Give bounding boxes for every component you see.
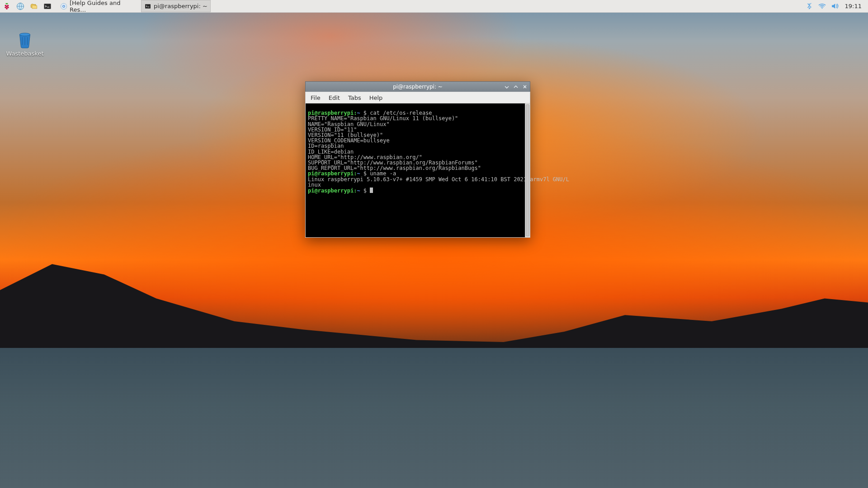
terminal-icon [144,3,151,10]
desktop-icon-wastebasket[interactable]: Wastebasket [5,28,45,57]
desktop-background[interactable]: Wastebasket pi@raspberrypi: ~ FileEditTa… [0,12,868,488]
window-close-button[interactable] [522,84,528,90]
panel-clock[interactable]: 19:11 [841,3,868,9]
svg-point-13 [821,8,822,9]
svg-point-5 [7,6,9,8]
raspberry-icon [2,2,11,11]
terminal-icon [43,2,52,11]
svg-point-11 [63,5,65,7]
wallpaper-silhouette [0,249,868,352]
svg-point-6 [6,8,8,9]
taskbar-button-1[interactable]: pi@raspberrypi: ~ [141,0,211,12]
chromium-icon [60,3,67,10]
terminal-menubar: FileEditTabsHelp [305,92,530,103]
speaker-icon [830,2,839,10]
svg-point-0 [20,33,30,36]
taskbar-button-label: pi@raspberrypi: ~ [154,3,208,9]
terminal-window[interactable]: pi@raspberrypi: ~ FileEditTabsHelp pi@ra… [305,81,530,238]
window-minimize-button[interactable] [504,84,510,90]
file-manager-launcher[interactable] [28,0,40,12]
terminal-menu-file[interactable]: File [307,94,324,102]
desktop-icon-label: Wastebasket [5,50,45,57]
globe-icon [16,2,25,11]
applications-menu-button[interactable] [1,0,13,12]
trash-icon [14,28,35,49]
svg-point-4 [5,6,6,8]
terminal-menu-edit[interactable]: Edit [326,94,343,102]
window-maximize-button[interactable] [513,84,519,90]
volume-tray-icon[interactable] [830,1,840,12]
terminal-cursor [370,188,373,193]
window-title: pi@raspberrypi: ~ [393,84,443,90]
svg-rect-8 [44,4,51,9]
network-tray-icon[interactable] [817,1,828,12]
terminal-launcher[interactable] [42,0,53,12]
bluetooth-tray-icon[interactable] [804,1,815,12]
window-titlebar[interactable]: pi@raspberrypi: ~ [305,81,530,92]
folders-icon [29,2,38,11]
web-browser-launcher[interactable] [14,0,26,12]
terminal-output: pi@raspberrypi:~ $ cat /etc/os-release P… [308,110,528,193]
wifi-icon [818,2,826,10]
wallpaper-water [0,348,868,488]
terminal-menu-tabs[interactable]: Tabs [345,94,364,102]
svg-rect-12 [145,4,151,8]
terminal-scrollbar[interactable] [525,103,530,237]
terminal-menu-help[interactable]: Help [366,94,386,102]
terminal-body[interactable]: pi@raspberrypi:~ $ cat /etc/os-release P… [305,103,530,238]
taskbar: [Help Guides and Res…pi@raspberrypi: ~ 1… [0,0,868,13]
taskbar-button-label: [Help Guides and Res… [70,0,137,12]
taskbar-button-0[interactable]: [Help Guides and Res… [57,0,140,12]
bluetooth-icon [806,2,813,10]
